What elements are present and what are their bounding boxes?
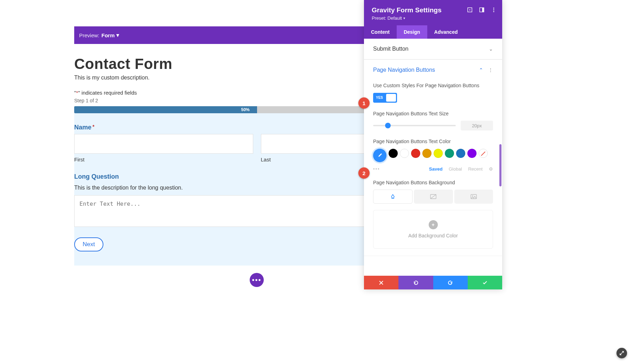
plus-icon: +	[429, 220, 438, 229]
tab-advanced[interactable]: Advanced	[427, 25, 465, 39]
name-label-text: Name	[74, 124, 91, 131]
next-button[interactable]: Next	[74, 237, 103, 251]
preset-text: Preset: Default	[372, 15, 402, 21]
caret-down-icon: ▾	[403, 16, 405, 20]
chevron-down-icon: ⌄	[489, 46, 493, 52]
required-note-post: " indicates required fields	[78, 90, 137, 96]
kebab-icon[interactable]: ⋮	[488, 67, 493, 73]
panel-actions	[364, 276, 502, 289]
palette-global[interactable]: Global	[449, 166, 462, 172]
redo-button[interactable]	[433, 276, 468, 289]
chevron-up-icon: ⌃	[479, 67, 483, 73]
palette-more-icon[interactable]: •••	[373, 166, 380, 172]
preview-mode-dropdown[interactable]: Form ▾	[102, 32, 120, 38]
first-name-input[interactable]	[74, 134, 253, 154]
toggle-knob	[386, 94, 396, 102]
bg-label: Page Navigation Buttons Background	[373, 179, 493, 186]
preset-dropdown[interactable]: Preset: Default ▾	[372, 15, 405, 21]
module-more-button[interactable]: •••	[250, 273, 264, 287]
scrollbar-thumb[interactable]	[499, 144, 501, 186]
color-swatches	[373, 149, 493, 162]
svg-point-5	[493, 9, 494, 11]
bg-tab-image[interactable]	[454, 190, 493, 204]
swatch-red[interactable]	[411, 149, 420, 158]
palette-recent[interactable]: Recent	[468, 166, 482, 172]
add-background-color[interactable]: + Add Background Color	[373, 210, 493, 249]
page-nav-title: Page Navigation Buttons	[373, 67, 435, 73]
annotation-badge-2: 2	[358, 167, 370, 179]
text-size-input[interactable]	[461, 121, 493, 130]
preview-mode-text: Form	[102, 32, 115, 38]
progress-percent: 50%	[241, 106, 250, 113]
swatch-purple[interactable]	[467, 149, 477, 158]
svg-point-9	[472, 196, 473, 197]
palette-saved[interactable]: Saved	[429, 166, 442, 172]
svg-point-1	[469, 9, 471, 11]
svg-rect-3	[482, 8, 484, 12]
text-size-label: Page Navigation Buttons Text Size	[373, 110, 493, 117]
required-asterisk-icon: *	[92, 124, 94, 129]
settings-panel: Gravity Form Settings Preset: Default ▾ …	[364, 0, 502, 289]
accordion-page-nav[interactable]: Page Navigation Buttons ⌃ ⋮	[364, 59, 502, 80]
gear-icon[interactable]: ⚙	[489, 166, 493, 172]
toggle-text: YES	[373, 96, 383, 100]
first-name-sublabel: First	[74, 154, 253, 162]
slider-handle[interactable]	[385, 123, 391, 128]
accordion-submit-button[interactable]: Submit Button ⌄	[364, 39, 502, 59]
annotation-badge-1: 1	[358, 97, 370, 109]
snap-icon[interactable]	[467, 7, 473, 13]
caret-down-icon: ▾	[116, 32, 119, 38]
swatch-orange[interactable]	[422, 149, 431, 158]
save-button[interactable]	[468, 276, 502, 289]
expand-button[interactable]	[616, 348, 627, 358]
swatch-none[interactable]	[479, 149, 488, 158]
swatch-yellow[interactable]	[434, 149, 443, 158]
panel-header: Gravity Form Settings Preset: Default ▾	[364, 0, 502, 25]
bg-tab-color[interactable]	[373, 190, 413, 204]
close-button[interactable]	[364, 276, 398, 289]
swatch-teal[interactable]	[445, 149, 454, 158]
text-color-label: Page Navigation Buttons Text Color	[373, 138, 493, 145]
svg-point-4	[493, 8, 494, 9]
panel-tabs: Content Design Advanced	[364, 25, 502, 39]
progress-fill	[74, 106, 257, 113]
swatch-black[interactable]	[389, 149, 398, 158]
tab-design[interactable]: Design	[397, 25, 427, 39]
add-bg-label: Add Background Color	[408, 233, 458, 238]
undo-button[interactable]	[398, 276, 433, 289]
panel-body: Submit Button ⌄ Page Navigation Buttons …	[364, 39, 502, 276]
use-custom-styles-label: Use Custom Styles For Page Navigation Bu…	[373, 82, 493, 89]
use-custom-styles-toggle[interactable]: YES	[373, 93, 397, 103]
submit-button-label: Submit Button	[373, 46, 409, 52]
bg-tab-gradient[interactable]	[414, 190, 453, 204]
tab-content[interactable]: Content	[364, 25, 397, 39]
svg-point-6	[493, 11, 494, 12]
swatch-white[interactable]	[400, 149, 409, 158]
color-picker-button[interactable]	[373, 149, 386, 162]
dock-icon[interactable]	[479, 7, 485, 13]
kebab-icon[interactable]	[491, 7, 497, 13]
text-size-slider[interactable]	[373, 125, 456, 126]
swatch-blue[interactable]	[456, 149, 465, 158]
preview-label: Preview:	[79, 32, 100, 38]
